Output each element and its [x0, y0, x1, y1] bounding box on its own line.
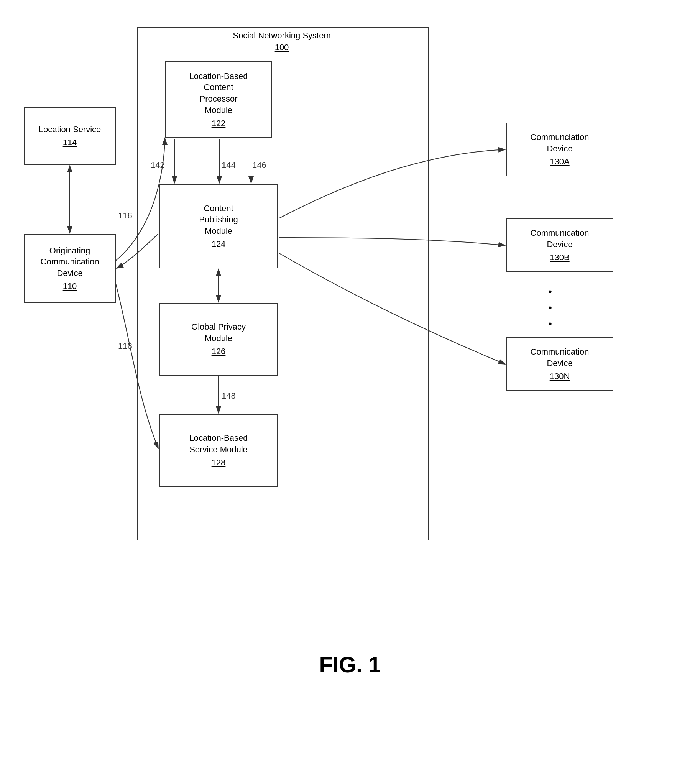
- figure-label: FIG. 1: [0, 652, 700, 732]
- comm-device-a-box: Communciation Device 130A: [506, 123, 614, 176]
- label-116: 116: [118, 211, 132, 220]
- social-networking-system-label: Social Networking System 100: [165, 30, 399, 54]
- location-service-box: Location Service 114: [24, 107, 116, 165]
- comm-device-n-box: Communication Device 130N: [506, 337, 614, 391]
- global-privacy-box: Global Privacy Module 126: [159, 303, 278, 376]
- content-publishing-box: Content Publishing Module 124: [159, 184, 278, 268]
- label-118: 118: [118, 341, 132, 351]
- originating-device-box: Originating Communication Device 110: [24, 234, 116, 303]
- lbs-module-box: Location-Based Service Module 128: [159, 414, 278, 487]
- diagram: Social Networking System 100 Location Se…: [0, 15, 700, 743]
- comm-device-b-box: Communication Device 130B: [506, 218, 614, 272]
- lbcp-module-box: Location-Based Content Processor Module …: [165, 62, 272, 138]
- ellipsis: •••: [548, 284, 553, 332]
